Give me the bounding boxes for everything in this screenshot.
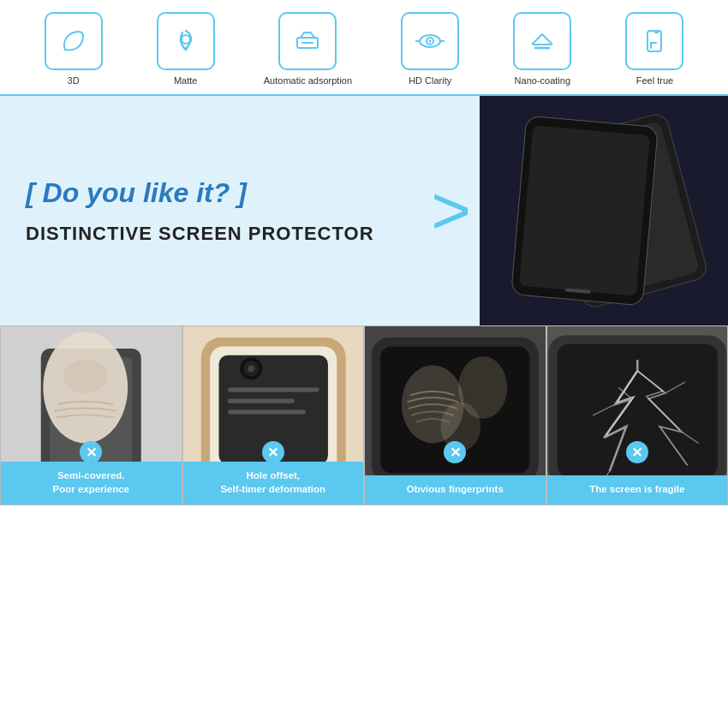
feature-nano-label: Nano-coating bbox=[515, 75, 570, 86]
nano-coating-icon bbox=[513, 12, 571, 70]
svg-rect-24 bbox=[227, 410, 305, 415]
hole-offset-label: Hole offset,Self-timer deformation bbox=[183, 462, 364, 504]
feature-feel-label: Feel true bbox=[636, 75, 673, 86]
phone-front bbox=[510, 116, 659, 307]
x-badge-semi: ✕ bbox=[80, 441, 102, 463]
fingerprints-label: Obvious fingerprints bbox=[365, 475, 546, 504]
feature-hd-label: HD Clarity bbox=[409, 75, 451, 86]
hd-clarity-icon bbox=[401, 12, 459, 70]
matte-icon bbox=[157, 12, 215, 70]
semi-covered-label: Semi-covered.Poor experience bbox=[1, 462, 182, 504]
svg-point-6 bbox=[429, 40, 432, 43]
feature-auto-adsorption: Automatic adsorption bbox=[264, 12, 352, 86]
svg-marker-2 bbox=[301, 33, 314, 38]
fragile-label: The screen is fragile bbox=[547, 475, 728, 504]
promo-arrow: > bbox=[422, 96, 480, 325]
feature-nano-coating: Nano-coating bbox=[508, 12, 576, 86]
promo-question: [ Do you like it? ] bbox=[26, 177, 397, 209]
feature-3d-label: 3D bbox=[68, 75, 80, 86]
promo-text-area: [ Do you like it? ] DISTINCTIVE SCREEN P… bbox=[0, 96, 422, 325]
svg-rect-23 bbox=[227, 399, 294, 403]
grid-hole-offset: ✕ Hole offset,Self-timer deformation bbox=[182, 325, 365, 505]
feature-matte: Matte bbox=[152, 12, 220, 86]
svg-point-0 bbox=[182, 35, 190, 44]
grid-obvious-fingerprints: ✕ Obvious fingerprints bbox=[364, 325, 546, 505]
grid-screen-fragile: ✕ The screen is fragile bbox=[546, 325, 729, 505]
bottom-grid: ✕ Semi-covered.Poor experience ✕ Hole of… bbox=[0, 325, 728, 505]
feature-matte-label: Matte bbox=[174, 75, 198, 86]
auto-adsorption-icon bbox=[278, 12, 337, 70]
x-badge-fingerprints: ✕ bbox=[444, 441, 466, 463]
promo-title: DISTINCTIVE SCREEN PROTECTOR bbox=[26, 223, 397, 245]
x-badge-hole: ✕ bbox=[262, 441, 284, 463]
svg-rect-22 bbox=[227, 388, 319, 392]
svg-point-21 bbox=[248, 366, 254, 373]
feature-auto-label: Automatic adsorption bbox=[264, 75, 352, 86]
phone-screen bbox=[519, 125, 650, 295]
3d-icon bbox=[45, 12, 103, 70]
promo-image-area bbox=[480, 96, 728, 325]
grid-semi-covered: ✕ Semi-covered.Poor experience bbox=[0, 325, 182, 505]
features-bar: 3D Matte Automatic adsorption bbox=[0, 0, 728, 96]
feature-hd-clarity: HD Clarity bbox=[396, 12, 464, 86]
phone-mockup bbox=[492, 112, 715, 309]
promo-section: [ Do you like it? ] DISTINCTIVE SCREEN P… bbox=[0, 96, 728, 325]
svg-point-14 bbox=[63, 360, 108, 393]
feel-true-icon bbox=[625, 12, 683, 70]
svg-rect-9 bbox=[647, 31, 661, 51]
feature-feel-true: Feel true bbox=[620, 12, 689, 86]
feature-3d: 3D bbox=[39, 12, 108, 86]
x-badge-fragile: ✕ bbox=[626, 441, 648, 463]
